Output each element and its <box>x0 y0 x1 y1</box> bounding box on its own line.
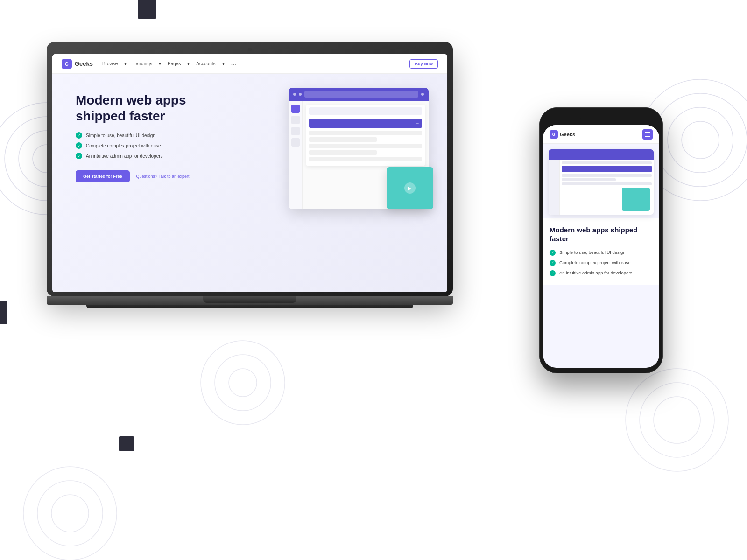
svg-point-13 <box>682 121 719 159</box>
ss-sidebar-item-3 <box>291 127 300 135</box>
svg-point-14 <box>626 369 728 471</box>
phone-features-list: ✓ Simple to use, beautiful UI design ✓ C… <box>550 249 653 276</box>
laptop-body: G Geeks Browse ▾ Landings ▾ Pages ▾ Acco… <box>47 42 453 317</box>
phone-ss-purple-line <box>562 166 652 172</box>
ss-list-1 <box>309 131 422 135</box>
phone-logo-icon: G <box>550 130 558 139</box>
hero-feature-2: ✓ Complete complex project with ease <box>76 142 225 149</box>
phone-ss-line-4 <box>562 182 652 185</box>
nav-accounts[interactable]: Accounts <box>196 61 215 66</box>
laptop-device: G Geeks Browse ▾ Landings ▾ Pages ▾ Acco… <box>47 42 453 317</box>
phone-feature-2: ✓ Complete complex project with ease <box>550 259 653 266</box>
laptop-stand <box>203 296 296 303</box>
nav-chevron-landings: ▾ <box>159 61 161 66</box>
nav-chevron-accounts: ▾ <box>222 61 225 66</box>
svg-point-6 <box>51 495 89 532</box>
nav-landings[interactable]: Landings <box>133 61 152 66</box>
hero-screenshot-mockup: ··· <box>289 88 438 218</box>
svg-point-12 <box>668 107 733 173</box>
hero-buttons: Get started for Free Questions? Talk to … <box>76 170 225 182</box>
ss-list-5 <box>309 157 422 161</box>
nav-chevron-pages: ▾ <box>187 61 190 66</box>
check-icon-2: ✓ <box>76 142 82 149</box>
buy-now-button[interactable]: Buy Now <box>409 59 438 69</box>
laptop-nav: G Geeks Browse ▾ Landings ▾ Pages ▾ Acco… <box>52 54 447 74</box>
dark-rect-left <box>0 301 7 324</box>
svg-point-16 <box>654 397 700 443</box>
phone-screen: G Geeks <box>543 125 659 368</box>
svg-text:G: G <box>65 62 69 67</box>
phone-feature-1: ✓ Simple to use, beautiful UI design <box>550 249 653 256</box>
svg-point-4 <box>23 467 117 560</box>
phone-check-1: ✓ <box>550 250 556 256</box>
geeks-logo-icon: G <box>62 59 72 69</box>
phone-logo: G Geeks <box>550 130 575 139</box>
phone-device: G Geeks <box>539 107 663 373</box>
hamburger-menu-button[interactable] <box>642 129 653 140</box>
phone-ss-line-3 <box>562 178 616 181</box>
cta-secondary-link[interactable]: Questions? Talk to an expert <box>136 174 190 179</box>
laptop-base <box>47 296 453 305</box>
laptop-hero-section: Modern web apps shipped faster ✓ Simple … <box>52 74 447 292</box>
nav-chevron-browse: ▾ <box>124 61 127 66</box>
laptop-camera <box>248 48 252 51</box>
ss-list-3 <box>309 144 422 148</box>
menu-line-2 <box>645 134 650 135</box>
phone-check-3: ✓ <box>550 270 556 276</box>
ss-list-4 <box>309 150 377 155</box>
svg-point-9 <box>229 369 257 397</box>
svg-text:G: G <box>552 133 555 137</box>
phone-feature-3: ✓ An intuitive admin app for developers <box>550 270 653 276</box>
hero-features-list: ✓ Simple to use, beautiful UI design ✓ C… <box>76 132 225 159</box>
ss-purple-bar: ··· <box>309 119 422 128</box>
nav-more-dots[interactable]: ··· <box>231 60 237 68</box>
svg-point-5 <box>37 481 103 546</box>
phone-screenshot-area <box>543 144 659 218</box>
laptop-logo: G Geeks <box>62 59 93 69</box>
ss-search-bar-top <box>304 91 418 98</box>
ss-list-2 <box>309 137 377 142</box>
nav-browse[interactable]: Browse <box>102 61 118 66</box>
phone-hero-title: Modern web apps shipped faster <box>550 226 653 244</box>
phone-body: G Geeks <box>539 107 663 373</box>
phone-ss-sidebar <box>549 160 560 215</box>
ss-sidebar-item-2 <box>291 116 300 124</box>
phone-logo-text: Geeks <box>560 132 575 137</box>
laptop-screen: G Geeks Browse ▾ Landings ▾ Pages ▾ Acco… <box>52 54 447 292</box>
svg-point-8 <box>215 355 271 411</box>
check-icon-3: ✓ <box>76 153 82 159</box>
hero-feature-3: ✓ An intuitive admin app for developers <box>76 153 225 159</box>
ss-bar-dots: ··· <box>416 121 419 126</box>
phone-ss-teal <box>622 188 650 211</box>
ss-content-inner: ··· <box>306 105 425 166</box>
ss-dot-2 <box>299 93 302 96</box>
phone-nav: G Geeks <box>543 125 659 144</box>
ss-header <box>289 88 429 101</box>
menu-line-3 <box>645 136 650 137</box>
phone-check-2: ✓ <box>550 260 556 266</box>
ss-search-inner <box>309 107 422 115</box>
menu-line-1 <box>645 132 650 133</box>
ss-sidebar-item-1 <box>291 105 300 113</box>
check-icon-1: ✓ <box>76 132 82 139</box>
hero-title: Modern web apps shipped faster <box>76 92 225 124</box>
dark-rect-top <box>138 0 156 19</box>
phone-notch <box>580 113 622 123</box>
phone-ss-header <box>549 149 654 160</box>
cta-primary-button[interactable]: Get started for Free <box>76 170 130 182</box>
ss-teal-video: ▶ <box>387 167 433 209</box>
ss-sidebar-item-4 <box>291 138 300 147</box>
ss-sidebar <box>289 101 303 209</box>
svg-point-11 <box>654 93 747 187</box>
svg-point-15 <box>640 383 714 457</box>
laptop-outer-frame: G Geeks Browse ▾ Landings ▾ Pages ▾ Acco… <box>47 42 453 296</box>
laptop-foot <box>86 305 413 308</box>
phone-ss-line-2 <box>562 174 652 177</box>
phone-hero-content: Modern web apps shipped faster ✓ Simple … <box>543 218 659 285</box>
ss-dot-1 <box>293 93 296 96</box>
nav-pages[interactable]: Pages <box>168 61 181 66</box>
hero-left-content: Modern web apps shipped faster ✓ Simple … <box>76 92 225 273</box>
phone-screenshot-inner <box>549 149 654 215</box>
laptop-logo-text: Geeks <box>75 60 93 67</box>
hero-feature-1: ✓ Simple to use, beautiful UI design <box>76 132 225 139</box>
